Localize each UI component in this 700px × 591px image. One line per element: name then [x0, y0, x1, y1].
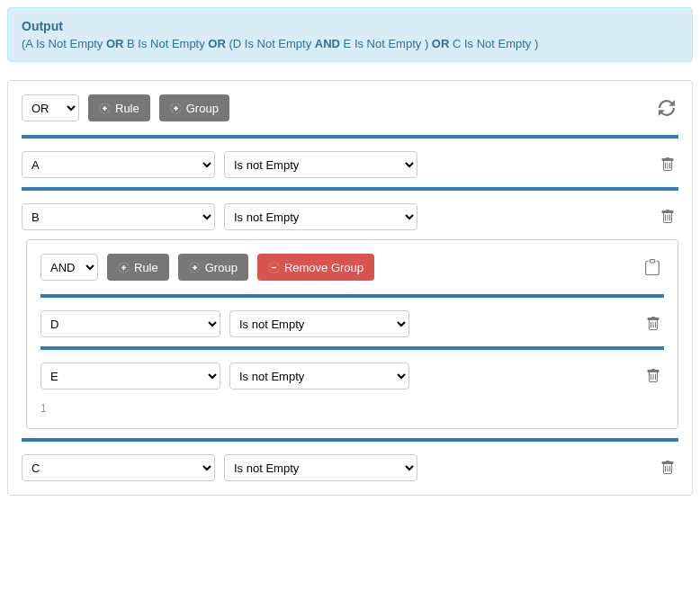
- field-select[interactable]: C: [22, 454, 215, 481]
- root-group-header: OR Rule Group: [22, 94, 678, 121]
- delete-rule-button[interactable]: [642, 313, 664, 335]
- field-select[interactable]: A: [22, 151, 215, 178]
- remove-group-button[interactable]: Remove Group: [257, 254, 374, 281]
- plus-circle-icon: [118, 262, 130, 273]
- rule-block: A Is not Empty: [22, 135, 678, 178]
- field-select[interactable]: B: [22, 203, 215, 230]
- field-select[interactable]: D: [40, 310, 220, 337]
- trash-icon: [660, 210, 675, 224]
- minus-circle-icon: [268, 262, 280, 273]
- field-select[interactable]: E: [40, 363, 220, 390]
- delete-rule-button[interactable]: [657, 206, 678, 228]
- rule-block: D Is not Empty: [40, 294, 664, 337]
- operator-select[interactable]: Is not Empty: [229, 363, 409, 390]
- delete-rule-button[interactable]: [657, 154, 678, 175]
- plus-circle-icon: [170, 103, 182, 114]
- trash-icon: [660, 157, 675, 172]
- copy-icon: [644, 259, 660, 275]
- operator-select[interactable]: Is not Empty: [224, 151, 417, 178]
- delete-rule-button[interactable]: [642, 365, 664, 387]
- rule-row: A Is not Empty: [22, 151, 678, 178]
- query-builder: OR Rule Group A: [7, 80, 693, 496]
- rule-block: E Is not Empty: [40, 346, 664, 390]
- operator-select[interactable]: Is not Empty: [224, 203, 417, 230]
- plus-circle-icon: [189, 262, 201, 273]
- delete-rule-button[interactable]: [657, 457, 678, 479]
- plus-circle-icon: [99, 103, 111, 114]
- group-footer-label: 1: [40, 402, 664, 415]
- nested-group-header: AND Rule Group Remove Group: [40, 254, 664, 281]
- add-group-button[interactable]: Group: [178, 254, 248, 281]
- rule-block: B Is not Empty: [22, 187, 678, 230]
- nested-condition-select[interactable]: AND: [40, 254, 98, 281]
- add-group-button[interactable]: Group: [159, 94, 229, 121]
- output-panel: Output (A Is Not Empty OR B Is Not Empty…: [7, 7, 693, 62]
- root-condition-select[interactable]: OR: [22, 94, 79, 121]
- trash-icon: [646, 317, 660, 331]
- add-rule-button[interactable]: Rule: [88, 94, 150, 121]
- output-expression: (A Is Not Empty OR B Is Not Empty OR (D …: [22, 37, 678, 50]
- rule-block: C Is not Empty: [22, 438, 678, 481]
- refresh-icon: [659, 100, 675, 116]
- refresh-button[interactable]: [655, 96, 678, 120]
- rule-row: B Is not Empty: [22, 203, 678, 230]
- add-rule-button[interactable]: Rule: [107, 254, 169, 281]
- trash-icon: [646, 369, 660, 383]
- rule-row: D Is not Empty: [40, 310, 664, 337]
- rule-row: E Is not Empty: [40, 363, 664, 390]
- nested-group: AND Rule Group Remove Group: [26, 239, 678, 429]
- operator-select[interactable]: Is not Empty: [224, 454, 417, 481]
- operator-select[interactable]: Is not Empty: [229, 310, 409, 337]
- output-title: Output: [22, 19, 678, 33]
- rule-row: C Is not Empty: [22, 454, 678, 481]
- copy-group-button[interactable]: [641, 255, 664, 279]
- trash-icon: [660, 461, 675, 475]
